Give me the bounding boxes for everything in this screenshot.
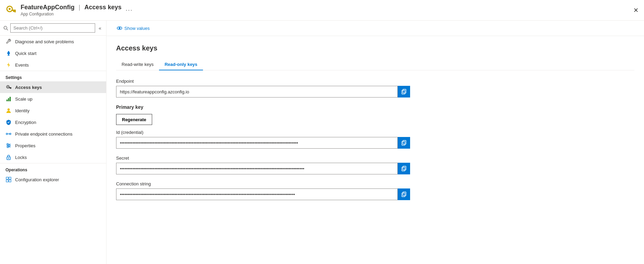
id-credential-input-row [116, 137, 634, 149]
endpoint-copy-button[interactable] [398, 86, 410, 97]
secret-label: Secret [116, 156, 634, 161]
content-body: Access keys Read-write keys Read-only ke… [106, 36, 644, 264]
svg-rect-32 [9, 177, 11, 179]
svg-rect-8 [8, 55, 10, 56]
connection-string-copy-button[interactable] [398, 188, 410, 200]
svg-point-18 [8, 108, 10, 111]
svg-rect-34 [9, 180, 11, 182]
sidebar-item-events[interactable]: Events [0, 59, 106, 71]
svg-point-1 [9, 8, 11, 10]
sidebar-search-area: « [0, 21, 106, 36]
svg-rect-39 [403, 140, 406, 144]
show-values-button[interactable]: Show values [115, 24, 152, 32]
svg-rect-31 [6, 177, 8, 179]
operations-section-label: Operations [0, 163, 106, 174]
search-icon [3, 26, 8, 31]
svg-point-36 [119, 27, 121, 29]
sidebar-item-config-explorer[interactable]: Configuration explorer [0, 174, 106, 185]
grid-icon [5, 176, 12, 183]
resource-name: FeatureAppConfig [21, 4, 75, 11]
sidebar-item-label: Events [15, 62, 29, 68]
svg-rect-42 [402, 167, 405, 171]
content-toolbar: Show values [106, 21, 644, 36]
id-credential-field-group: Id (credential) [116, 130, 634, 149]
endpoint-field-group: Endpoint [116, 79, 634, 97]
sidebar-item-label: Configuration explorer [15, 177, 59, 182]
arrows-icon [5, 131, 12, 137]
svg-rect-2 [12, 10, 16, 11]
tab-read-only[interactable]: Read-only keys [159, 59, 203, 70]
tab-read-write[interactable]: Read-write keys [116, 59, 159, 70]
app-header: FeatureAppConfig | Access keys App Confi… [0, 0, 644, 21]
sidebar-item-label: Properties [15, 143, 35, 148]
connection-string-input[interactable] [116, 188, 398, 200]
header-title-block: FeatureAppConfig | Access keys App Confi… [21, 4, 122, 16]
secret-field-group: Secret [116, 156, 634, 174]
copy-icon [401, 89, 407, 94]
sidebar-item-diagnose[interactable]: Diagnose and solve problems [0, 36, 106, 47]
sidebar-item-label: Scale up [15, 96, 33, 102]
id-credential-input[interactable] [116, 137, 398, 149]
more-options-button[interactable]: ··· [126, 7, 133, 14]
page-name: Access keys [84, 4, 122, 11]
rocket-icon [5, 50, 12, 56]
copy-icon [401, 192, 407, 197]
sidebar-item-label: Access keys [15, 85, 42, 90]
sidebar-item-locks[interactable]: Locks [0, 151, 106, 163]
page-title: Access keys [116, 44, 634, 52]
content-area: Show values Access keys Read-write keys … [106, 21, 644, 264]
sidebar-item-quick-start[interactable]: Quick start [0, 47, 106, 59]
id-credential-copy-button[interactable] [398, 137, 410, 149]
shield-icon [5, 119, 12, 125]
tabs-container: Read-write keys Read-only keys [116, 59, 634, 70]
regenerate-button[interactable]: Regenerate [116, 114, 152, 125]
header-main-title: FeatureAppConfig | Access keys [21, 4, 122, 11]
sidebar-item-label: Private endpoint connections [15, 131, 72, 137]
svg-rect-44 [402, 193, 405, 197]
sidebar-item-private-endpoint[interactable]: Private endpoint connections [0, 128, 106, 140]
svg-point-27 [9, 145, 10, 146]
title-divider: | [79, 4, 80, 11]
svg-rect-33 [6, 180, 8, 182]
sidebar-item-encryption[interactable]: Encryption [0, 116, 106, 128]
secret-input[interactable] [116, 163, 398, 174]
svg-point-7 [8, 54, 9, 55]
sidebar: « Diagnose and solve problems Quick star… [0, 21, 106, 264]
sidebar-item-scale-up[interactable]: Scale up [0, 93, 106, 105]
sidebar-item-properties[interactable]: Properties [0, 140, 106, 151]
scale-icon [5, 96, 12, 102]
key-icon [5, 84, 12, 90]
search-input[interactable] [10, 23, 95, 33]
settings-section-label: Settings [0, 71, 106, 81]
show-values-label: Show values [124, 26, 150, 31]
svg-rect-40 [402, 141, 405, 145]
svg-rect-15 [7, 100, 8, 101]
svg-point-5 [4, 26, 7, 29]
secret-copy-button[interactable] [398, 163, 410, 174]
connection-string-label: Connection string [116, 181, 634, 186]
svg-rect-12 [9, 87, 11, 88]
svg-rect-14 [10, 88, 11, 89]
svg-rect-38 [402, 90, 405, 94]
endpoint-label: Endpoint [116, 79, 634, 84]
wrench-icon [5, 38, 12, 45]
collapse-sidebar-button[interactable]: « [97, 25, 103, 32]
main-layout: « Diagnose and solve problems Quick star… [0, 21, 644, 264]
svg-line-6 [7, 29, 8, 30]
svg-rect-17 [10, 97, 11, 101]
svg-rect-43 [403, 192, 406, 196]
id-credential-label: Id (credential) [116, 130, 634, 135]
svg-point-28 [7, 146, 9, 148]
badge-icon [5, 107, 12, 114]
sidebar-item-identity[interactable]: Identity [0, 105, 106, 116]
secret-input-row [116, 163, 634, 174]
svg-point-26 [7, 144, 8, 145]
resource-icon [5, 5, 16, 16]
sidebar-item-label: Encryption [15, 120, 36, 125]
lightning-icon [5, 62, 12, 68]
endpoint-input[interactable] [116, 86, 398, 97]
close-button[interactable]: ✕ [633, 7, 639, 14]
svg-rect-3 [14, 11, 16, 12]
svg-rect-37 [403, 89, 406, 93]
sidebar-item-access-keys[interactable]: Access keys [0, 81, 106, 93]
